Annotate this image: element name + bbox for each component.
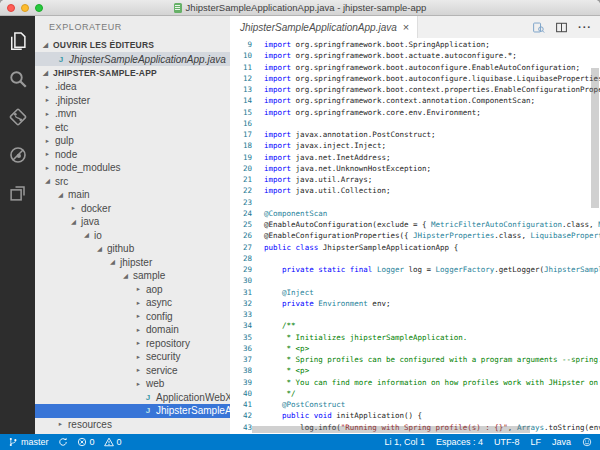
tab-close-icon[interactable]: × [403, 22, 409, 33]
tree-item-label: .jhipster [55, 95, 90, 106]
minimize-window-button[interactable] [21, 4, 29, 12]
line-number: 29 [230, 264, 252, 275]
status-indentation[interactable]: Espaces : 4 [436, 437, 483, 447]
twistie-collapsed-icon: ▸ [43, 150, 52, 158]
code-line: 19import java.net.InetAddress; [230, 152, 600, 163]
twistie-collapsed-icon: ▸ [134, 312, 143, 320]
status-end-of-line[interactable]: LF [530, 437, 541, 447]
code-editor[interactable]: 9import org.springframework.boot.SpringA… [230, 38, 600, 434]
debug-icon[interactable] [0, 136, 35, 174]
horizontal-scrollbar[interactable] [252, 426, 530, 433]
status-encoding[interactable]: UTF-8 [494, 437, 520, 447]
tree-item-java[interactable]: ◢java [35, 215, 230, 229]
code-text: private Environment env; [264, 298, 390, 309]
status-cursor-position[interactable]: Li 1, Col 1 [384, 437, 425, 447]
zoom-window-button[interactable] [35, 4, 43, 12]
code-line: 20import java.net.UnknownHostException; [230, 163, 600, 174]
line-number: 19 [230, 152, 252, 163]
code-line: 16 [230, 118, 600, 129]
line-number: 26 [230, 230, 252, 241]
search-icon[interactable] [0, 60, 35, 98]
code-line: 38 * <p> [230, 365, 600, 376]
line-number: 37 [230, 354, 252, 365]
vertical-scrollbar[interactable] [591, 68, 599, 208]
more-actions-icon[interactable]: ··· [578, 21, 592, 33]
code-line: 39 * You can find more information on ho… [230, 377, 600, 388]
close-window-button[interactable] [7, 4, 15, 12]
tree-item-sample[interactable]: ◢sample [35, 269, 230, 283]
tree-item-applicationwebxml-java[interactable]: JApplicationWebXml.java [35, 391, 230, 405]
status-language-mode[interactable]: Java [552, 437, 571, 447]
tree-item-node[interactable]: ▸node [35, 148, 230, 162]
line-number: 12 [230, 73, 252, 84]
explorer-icon[interactable] [0, 22, 35, 60]
tree-item-web[interactable]: ▸web [35, 377, 230, 391]
tree-item-security[interactable]: ▸security [35, 350, 230, 364]
tree-item-gulp[interactable]: ▸gulp [35, 134, 230, 148]
code-line: 40 */ [230, 388, 600, 399]
open-editor-item[interactable]: JJhipsterSampleApplicationApp.javasrc/m.… [35, 52, 230, 66]
line-number: 22 [230, 185, 252, 196]
tree-item-resources[interactable]: ▸resources [35, 418, 230, 432]
tree-item-docker[interactable]: ▸docker [35, 202, 230, 216]
tree-item-jhipster[interactable]: ◢jhipster [35, 256, 230, 270]
open-editors-section-header[interactable]: ◢ OUVRIR LES ÉDITEURS [35, 38, 230, 52]
code-text: import java.util.Arrays; [264, 174, 372, 185]
line-number: 27 [230, 242, 252, 253]
code-line: 30 [230, 275, 600, 286]
line-number: 44 [230, 433, 252, 434]
tree-item-github[interactable]: ◢github [35, 242, 230, 256]
code-text: @ComponentScan [264, 208, 327, 219]
code-line: 25@EnableAutoConfiguration(exclude = { M… [230, 219, 600, 230]
status-error-count[interactable]: 0 [77, 437, 95, 447]
line-number: 30 [230, 275, 252, 286]
tree-item-async[interactable]: ▸async [35, 296, 230, 310]
project-section-header[interactable]: ◢ JHIPSTER-SAMPLE-APP [35, 66, 230, 80]
split-editor-icon[interactable] [555, 21, 568, 34]
tree-item-jhipstersampleapplicationapp-java[interactable]: JJhipsterSampleApplicationApp.java [35, 404, 230, 418]
status-sync[interactable] [58, 437, 68, 447]
extensions-icon[interactable] [0, 174, 35, 212]
tree-item-label: domain [146, 324, 179, 335]
tree-item-io[interactable]: ◢io [35, 229, 230, 243]
tree-item-repository[interactable]: ▸repository [35, 337, 230, 351]
twistie-expanded-icon: ◢ [69, 218, 78, 226]
tree-item--mvn[interactable]: ▸.mvn [35, 107, 230, 121]
twistie-collapsed-icon: ▸ [43, 110, 52, 118]
tree-item-main[interactable]: ◢main [35, 188, 230, 202]
tree-item-service[interactable]: ▸service [35, 364, 230, 378]
source-control-icon[interactable] [0, 98, 35, 136]
status-bar: master00 Li 1, Col 1Espaces : 4UTF-8LFJa… [0, 434, 600, 450]
code-text: @EnableAutoConfiguration(exclude = { Met… [264, 219, 600, 230]
open-preview-icon[interactable] [532, 21, 545, 34]
tree-item-src[interactable]: ◢src [35, 175, 230, 189]
explorer-sidebar: EXPLORATEUR ◢ OUVRIR LES ÉDITEURS JJhips… [35, 16, 230, 434]
editor-group: JhipsterSampleApplicationApp.java × ··· … [230, 16, 600, 434]
status-git-branch[interactable]: master [8, 437, 49, 447]
tree-item-node-modules[interactable]: ▸node_modules [35, 161, 230, 175]
tree-item-aop[interactable]: ▸aop [35, 283, 230, 297]
status-feedback[interactable] [582, 437, 592, 447]
tree-item-label: aop [146, 284, 163, 295]
code-text: @PostConstruct [264, 399, 345, 410]
tree-item-domain[interactable]: ▸domain [35, 323, 230, 337]
twistie-expanded-icon: ◢ [41, 69, 50, 77]
tree-item--idea[interactable]: ▸.idea [35, 80, 230, 94]
line-number: 13 [230, 84, 252, 95]
tree-item-etc[interactable]: ▸etc [35, 121, 230, 135]
status-warning-count[interactable]: 0 [104, 437, 122, 447]
tree-item-label: resources [68, 419, 112, 430]
line-number: 36 [230, 343, 252, 354]
twistie-expanded-icon: ◢ [43, 177, 52, 185]
tree-item-label: jhipster [120, 257, 152, 268]
tree-item--jhipster[interactable]: ▸.jhipster [35, 94, 230, 108]
twistie-collapsed-icon: ▸ [134, 380, 143, 388]
tab-jhipstersampleapplicationapp[interactable]: JhipsterSampleApplicationApp.java × [230, 16, 418, 38]
code-line: 37 * Spring profiles can be configured w… [230, 354, 600, 365]
tree-item-label: main [68, 189, 90, 200]
tree-item-label: docker [81, 203, 111, 214]
twistie-collapsed-icon: ▸ [134, 339, 143, 347]
twistie-collapsed-icon: ▸ [134, 299, 143, 307]
code-line: 12import org.springframework.boot.autoco… [230, 73, 600, 84]
tree-item-config[interactable]: ▸config [35, 310, 230, 324]
